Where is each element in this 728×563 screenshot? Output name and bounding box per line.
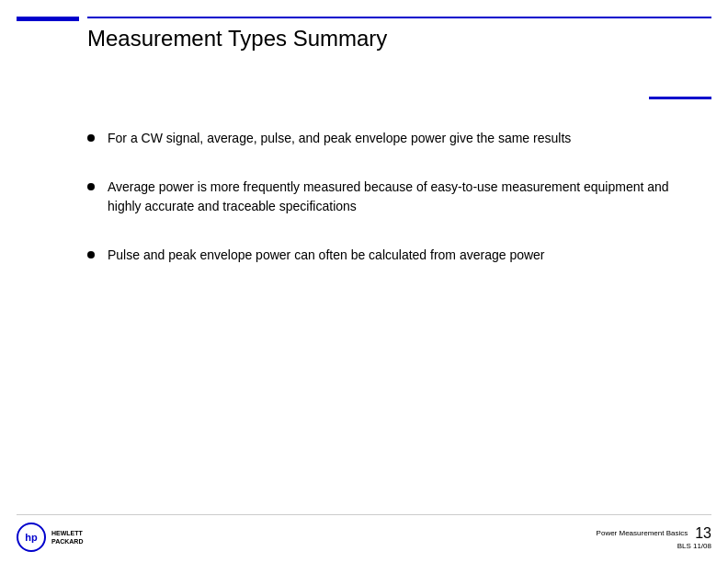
footer-info: Power Measurement Basics 13 BLS 11/08	[597, 525, 711, 550]
bullet-text-1: For a CW signal, average, pulse, and pea…	[108, 129, 571, 148]
course-title: Power Measurement Basics	[597, 529, 688, 537]
course-code: BLS 11/08	[677, 542, 711, 550]
bullet-dot-1	[87, 134, 95, 142]
bullet-item-3: Pulse and peak envelope power can often …	[87, 246, 691, 265]
hp-logo-circle: hp	[17, 523, 46, 552]
top-accent-bar-right	[649, 97, 711, 99]
company-name: HEWLETT PACKARD	[51, 529, 83, 546]
bullet-item-2: Average power is more frequently measure…	[87, 178, 691, 216]
hp-logo-text: hp	[25, 532, 37, 543]
hp-logo: hp HEWLETT PACKARD	[17, 523, 83, 552]
page-number: 13	[695, 525, 711, 542]
bullet-dot-2	[87, 183, 95, 190]
bullet-item-1: For a CW signal, average, pulse, and pea…	[87, 129, 691, 148]
bullet-text-2: Average power is more frequently measure…	[108, 178, 691, 216]
footer-right: Power Measurement Basics 13	[597, 525, 711, 542]
bullet-dot-3	[87, 251, 95, 259]
top-accent-bar-left	[17, 17, 79, 21]
content-area: For a CW signal, average, pulse, and pea…	[87, 129, 691, 294]
footer: hp HEWLETT PACKARD Power Measurement Bas…	[17, 523, 711, 552]
slide-container: Measurement Types Summary For a CW signa…	[0, 0, 728, 563]
company-line1: HEWLETT	[51, 529, 83, 537]
bullet-text-3: Pulse and peak envelope power can often …	[108, 246, 545, 265]
bottom-separator	[17, 514, 711, 515]
company-line2: PACKARD	[51, 537, 83, 546]
slide-title: Measurement Types Summary	[87, 26, 387, 52]
top-accent-line	[87, 17, 711, 18]
